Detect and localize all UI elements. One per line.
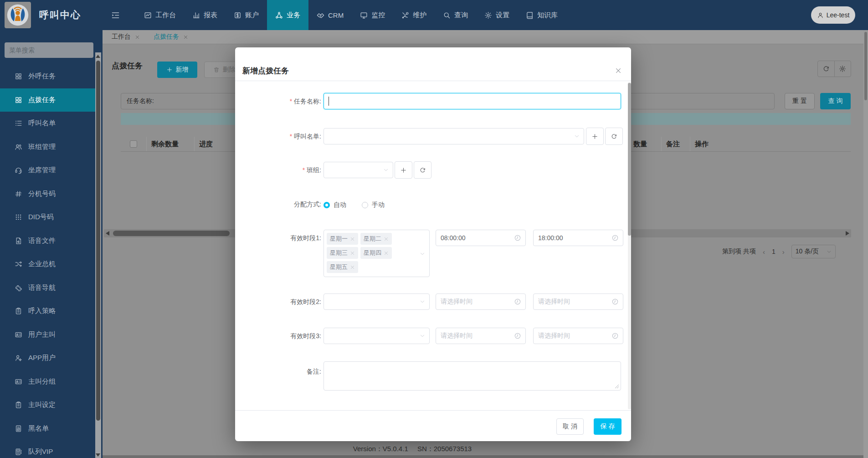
page-size-select[interactable]: 10 条/页 — [791, 245, 836, 258]
call-list-select[interactable] — [324, 128, 584, 144]
sidebar-item-user-caller[interactable]: 用户主叫 — [0, 323, 95, 347]
sidebar-item-caller-group[interactable]: 主叫分组 — [0, 370, 95, 394]
remove-tag-icon[interactable] — [384, 237, 389, 242]
sidebar-item-did-number[interactable]: DID号码 — [0, 206, 95, 229]
remove-tag-icon[interactable] — [384, 251, 389, 256]
resize-grip-icon[interactable] — [615, 384, 619, 389]
remark-textarea[interactable] — [324, 361, 621, 391]
radio-manual-label[interactable]: 手动 — [372, 201, 385, 209]
menu-search-input[interactable] — [5, 42, 93, 58]
sidebar-item-extension-number[interactable]: 分机号码 — [0, 182, 95, 206]
task-name-input[interactable] — [324, 93, 621, 109]
period2-days-select[interactable] — [324, 293, 430, 310]
period2-time-from[interactable]: 请选择时间 — [436, 293, 526, 310]
close-icon[interactable] — [183, 35, 188, 40]
radio-auto-label[interactable]: 自动 — [334, 201, 346, 209]
refresh-button[interactable] — [818, 61, 834, 77]
remove-tag-icon[interactable] — [350, 265, 355, 270]
dialog-scrollbar[interactable] — [628, 82, 631, 409]
team-select[interactable] — [324, 162, 393, 178]
sidebar-item-inbound-policy[interactable]: 呼入策略 — [0, 299, 95, 323]
col-remark[interactable]: 备注 — [662, 137, 690, 151]
refresh-call-list-button[interactable] — [605, 128, 623, 145]
add-team-button[interactable] — [395, 161, 412, 179]
current-page[interactable]: 1 — [772, 248, 776, 255]
nav-item-maintenance[interactable]: 维护 — [393, 0, 435, 30]
sidebar-item-voice-file[interactable]: 语音文件 — [0, 229, 95, 253]
clock-icon — [611, 298, 619, 305]
sidebar-item-caller-setting[interactable]: 主叫设定 — [0, 393, 95, 417]
period1-time-to[interactable]: 18:00:00 — [533, 230, 623, 246]
cancel-button[interactable]: 取 消 — [556, 418, 584, 435]
remove-tag-icon[interactable] — [350, 251, 355, 256]
col-remaining[interactable]: 剩余数量 — [147, 137, 195, 151]
puzzle-icon — [15, 284, 22, 292]
nav-item-crm[interactable]: CRM — [308, 0, 352, 30]
sidebar-collapse-button[interactable] — [111, 0, 120, 30]
sidebar-item-dial-task[interactable]: 点拨任务 — [0, 88, 95, 112]
sidebar-scrollbar[interactable] — [95, 52, 101, 458]
period3-time-from[interactable]: 请选择时间 — [436, 328, 526, 344]
sidebar-item-team-mgmt[interactable]: 班组管理 — [0, 135, 95, 159]
nav-item-business[interactable]: 业务 — [267, 0, 308, 30]
refresh-team-button[interactable] — [414, 161, 431, 179]
table-scrollbar-thumb[interactable] — [113, 231, 230, 236]
sidebar-menu: 外呼任务 点拨任务 呼叫名单 班组管理 坐席管理 分机号码 DID号码 — [0, 65, 95, 458]
tab-workbench[interactable]: 工作台 — [112, 33, 140, 41]
sidebar-item-queue-vip[interactable]: 队列VIP — [0, 440, 95, 458]
clock-icon — [514, 332, 521, 340]
column-settings-button[interactable] — [834, 61, 851, 77]
prev-page-button[interactable]: ‹ — [763, 248, 765, 256]
sidebar-item-blacklist[interactable]: 黑名单 — [0, 417, 95, 441]
period3-time-to[interactable]: 请选择时间 — [533, 328, 623, 344]
nav-item-workbench[interactable]: 工作台 — [136, 0, 184, 30]
radio-auto[interactable] — [324, 202, 330, 208]
scroll-left-arrow[interactable] — [106, 231, 109, 236]
scroll-down-arrow[interactable] — [96, 453, 100, 457]
clock-icon — [611, 234, 619, 242]
query-button[interactable]: 查 询 — [820, 93, 851, 109]
page-horizontal-scrollbar[interactable] — [103, 455, 868, 458]
sidebar-item-app-user[interactable]: APP用户 — [0, 346, 95, 370]
nav-item-settings[interactable]: 设置 — [476, 0, 518, 30]
handshake-icon — [317, 11, 324, 19]
day-tag: 星期二 — [360, 233, 392, 245]
select-all-checkbox[interactable] — [130, 140, 137, 148]
nav-item-account[interactable]: 账户 — [226, 0, 267, 30]
col-progress[interactable]: 进度 — [195, 137, 237, 151]
col-actions[interactable]: 操作 — [690, 137, 729, 151]
col-quantity[interactable]: 数量 — [629, 137, 662, 151]
sidebar-scrollbar-thumb[interactable] — [96, 61, 100, 421]
sidebar-item-agent-mgmt[interactable]: 坐席管理 — [0, 159, 95, 182]
dialog-title: 新增点拨任务 — [242, 66, 289, 76]
next-page-button[interactable]: › — [782, 248, 785, 256]
add-call-list-button[interactable] — [586, 128, 604, 145]
scroll-right-arrow[interactable] — [846, 231, 849, 236]
period1-days-select[interactable]: 星期一 星期二 星期三 星期四 星期五 — [324, 230, 430, 277]
period2-time-to[interactable]: 请选择时间 — [533, 293, 623, 310]
collapse-menu-icon — [111, 11, 120, 20]
dialog-scrollbar-thumb[interactable] — [628, 83, 631, 236]
period1-time-from[interactable]: 08:00:00 — [436, 230, 526, 246]
sidebar-item-ivr-navigation[interactable]: 语音导航 — [0, 276, 95, 300]
nav-item-monitor[interactable]: 监控 — [352, 0, 393, 30]
period3-days-select[interactable] — [324, 328, 430, 344]
remove-tag-icon[interactable] — [350, 237, 355, 242]
sidebar-item-call-list[interactable]: 呼叫名单 — [0, 112, 95, 135]
scroll-up-arrow[interactable] — [96, 55, 100, 58]
reset-button[interactable]: 重 置 — [785, 93, 815, 109]
nav-item-report[interactable]: 报表 — [184, 0, 226, 30]
sidebar-item-outbound-task[interactable]: 外呼任务 — [0, 65, 95, 88]
add-button[interactable]: 新增 — [157, 62, 197, 78]
page-scrollbar-thumb[interactable] — [864, 32, 867, 100]
close-icon[interactable] — [135, 35, 140, 40]
dialog-close-button[interactable] — [615, 67, 622, 74]
tab-dial-task[interactable]: 点拨任务 — [154, 33, 188, 41]
page-vertical-scrollbar[interactable] — [863, 30, 868, 458]
user-menu-button[interactable]: Lee-test — [811, 6, 855, 24]
nav-item-knowledge[interactable]: 知识库 — [518, 0, 566, 30]
nav-item-query[interactable]: 查询 — [435, 0, 476, 30]
save-button[interactable]: 保 存 — [594, 418, 621, 435]
radio-manual[interactable] — [362, 202, 368, 208]
sidebar-item-enterprise-switchboard[interactable]: 企业总机 — [0, 252, 95, 276]
